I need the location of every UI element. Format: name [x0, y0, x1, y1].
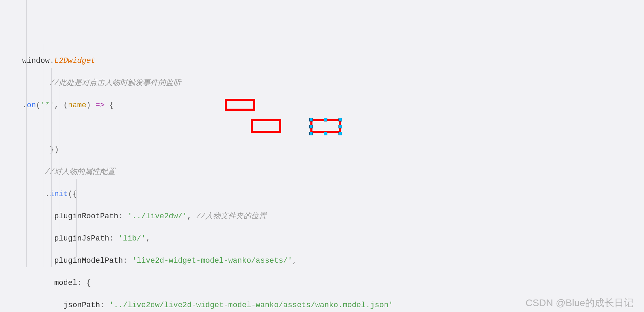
token-init: init [50, 190, 68, 199]
code-line: }) [22, 144, 644, 155]
code-line: //此处是对点击人物时触发事件的监听 [22, 78, 644, 89]
code-line: pluginModelPath: 'live2d-widget-model-wa… [22, 255, 644, 267]
indent-guide [60, 78, 60, 265]
code-line: pluginRootPath: '../live2dw/', //人物文件夹的位… [22, 211, 644, 222]
code-line [22, 122, 644, 133]
token-comment: //此处是对点击人物时触发事件的监听 [50, 79, 181, 87]
code-line: .init({ [22, 189, 644, 200]
code-line: pluginJsPath: 'lib/', [22, 233, 644, 244]
code-line: jsonPath: '../live2dw/live2d-widget-mode… [22, 300, 644, 311]
indent-guide [35, 0, 35, 267]
indent-guide [76, 179, 77, 257]
code-line: model: { [22, 278, 644, 289]
token-comment: //对人物的属性配置 [45, 168, 115, 176]
code-line: .on('*', (name) => { [22, 100, 644, 111]
highlighted-wanko-1: wanko [228, 256, 251, 265]
highlighted-wanko-3: wanko [315, 301, 338, 310]
code-line: window.L2Dwidget [22, 56, 644, 67]
code-line: //对人物的属性配置 [22, 167, 644, 178]
indent-guide [43, 44, 43, 267]
token-l2dwidget: L2Dwidget [54, 57, 95, 65]
highlighted-wanko-2: wanko [256, 301, 278, 310]
indent-guide [26, 0, 27, 267]
code-editor[interactable]: window.L2Dwidget //此处是对点击人物时触发事件的监听 .on(… [0, 44, 644, 312]
indent-guide [51, 68, 52, 267]
indent-guide [68, 156, 68, 265]
